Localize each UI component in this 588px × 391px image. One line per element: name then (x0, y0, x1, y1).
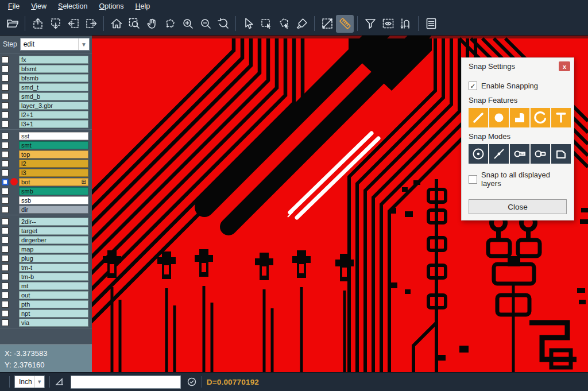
layer-row[interactable]: bfsmb (0, 73, 92, 82)
layer-visibility-checkbox[interactable] (2, 206, 9, 213)
unit-dropdown[interactable]: Inch ▼ (14, 375, 45, 388)
menu-file[interactable]: File (2, 1, 25, 11)
layer-visibility-checkbox[interactable] (2, 65, 9, 72)
layer-visibility-checkbox[interactable] (2, 273, 9, 280)
all-layers-row[interactable]: Snap to all displayed layers (469, 171, 567, 188)
layer-name[interactable]: ssb (19, 196, 88, 204)
snap-settings-button[interactable] (397, 15, 415, 33)
enable-snapping-row[interactable]: ✓ Enable Snapping (469, 82, 567, 90)
layer-row[interactable]: tm-t (0, 263, 92, 272)
dialog-titlebar[interactable]: Snap Settings x (462, 58, 574, 75)
layer-name[interactable]: dir (19, 206, 88, 214)
layer-visibility-checkbox[interactable] (2, 218, 9, 225)
layer-row[interactable]: out (0, 291, 92, 299)
layer-row[interactable]: sst (0, 131, 92, 140)
layer-row[interactable]: 2dir-- (0, 217, 92, 226)
snap-text-button[interactable] (551, 108, 571, 127)
layer-row[interactable]: mt (0, 281, 92, 290)
zoom-window-button[interactable] (161, 15, 179, 33)
zoom-out-button[interactable] (196, 15, 214, 33)
layer-row[interactable]: l2 (0, 159, 92, 168)
layer-name[interactable]: l2+1 (19, 111, 88, 119)
close-icon[interactable]: x (559, 61, 570, 71)
layer-visibility-checkbox[interactable] (2, 111, 9, 118)
layer-name[interactable]: l3 (19, 169, 88, 177)
chevron-down-icon[interactable]: ▼ (78, 38, 89, 50)
layer-name[interactable]: map (19, 245, 88, 253)
layer-name[interactable]: pth (19, 300, 88, 308)
layer-name[interactable]: mt (19, 282, 88, 290)
layer-visibility-checkbox[interactable] (2, 301, 9, 308)
layer-row[interactable]: plug (0, 254, 92, 262)
layer-row[interactable]: via (0, 318, 92, 327)
select-pointer-button[interactable] (239, 15, 257, 33)
layer-name[interactable]: top (19, 150, 88, 158)
layer-name[interactable]: tm-b (19, 273, 88, 281)
apply-check-icon[interactable] (187, 377, 197, 387)
layer-row[interactable]: fx (0, 55, 92, 64)
layer-visibility-checkbox[interactable] (2, 188, 9, 195)
layer-visibility-checkbox[interactable] (2, 179, 9, 185)
menu-selection[interactable]: Selection (52, 1, 93, 11)
layer-name[interactable]: out (19, 291, 88, 299)
zoom-previous-button[interactable] (214, 15, 232, 33)
mode-center-button[interactable] (469, 144, 488, 164)
layer-name[interactable]: smd_t (19, 83, 88, 91)
step-dropdown[interactable]: edit ▼ (20, 38, 90, 51)
layer-row[interactable]: layer_3.gbr (0, 101, 92, 110)
layer-row[interactable]: tm-b (0, 272, 92, 281)
layer-grid-icon[interactable]: ⊞ (82, 179, 86, 185)
layer-row[interactable]: bfsmt (0, 64, 92, 73)
layer-name[interactable]: 2dir-- (19, 218, 88, 226)
mode-end-slot-button[interactable] (510, 144, 529, 164)
layer-name[interactable]: npt (19, 309, 88, 318)
layer-visibility-checkbox[interactable] (2, 255, 9, 262)
layer-row[interactable]: dirgerber (0, 235, 92, 244)
report-button[interactable] (422, 15, 440, 33)
mode-midpoint-button[interactable] (489, 144, 509, 164)
layer-visibility-checkbox[interactable] (2, 151, 9, 158)
layer-row[interactable]: l3 (0, 168, 92, 177)
command-input[interactable] (71, 375, 181, 389)
view-options-button[interactable] (379, 15, 397, 33)
ruler-button[interactable] (336, 15, 354, 33)
snap-arc-button[interactable] (531, 108, 550, 127)
mode-end-round-button[interactable] (531, 144, 550, 164)
select-polygon-button[interactable] (275, 15, 293, 33)
brush-button[interactable] (293, 15, 311, 33)
layer-row[interactable]: l3+1 (0, 119, 92, 128)
select-rect-button[interactable] (257, 15, 275, 33)
layer-name[interactable]: smt (19, 141, 88, 149)
chevron-down-icon[interactable]: ▼ (34, 376, 44, 388)
pan-hand-button[interactable] (143, 15, 161, 33)
layer-name[interactable]: tm-t (19, 264, 88, 272)
layer-name[interactable]: smb (19, 187, 88, 195)
layer-visibility-checkbox[interactable] (2, 246, 9, 253)
zoom-in-button[interactable] (179, 15, 196, 33)
snap-line-button[interactable] (469, 108, 488, 127)
mode-contour-button[interactable] (551, 144, 571, 164)
layer-row[interactable]: l2+1 (0, 110, 92, 119)
layer-visibility-checkbox[interactable] (2, 227, 9, 234)
layer-row[interactable]: smd_t (0, 83, 92, 91)
layer-visibility-checkbox[interactable] (2, 56, 9, 63)
enable-snapping-checkbox[interactable]: ✓ (469, 82, 477, 90)
layer-row[interactable]: ssb (0, 196, 92, 204)
layer-name[interactable]: dirgerber (19, 236, 88, 244)
layer-row[interactable]: bot⊞ (0, 177, 92, 186)
layer-visibility-checkbox[interactable] (2, 319, 9, 326)
layer-name[interactable]: plug (19, 254, 88, 262)
layer-row[interactable]: smt (0, 141, 92, 149)
layer-name[interactable]: l2 (19, 160, 88, 168)
shift-right-button[interactable] (82, 15, 100, 33)
layer-row[interactable]: top (0, 150, 92, 158)
menu-options[interactable]: Options (93, 1, 129, 11)
layer-name[interactable]: bfsmb (19, 74, 88, 82)
home-button[interactable] (107, 15, 125, 33)
layer-name[interactable]: bot⊞ (19, 178, 88, 186)
layer-name[interactable]: l3+1 (19, 120, 88, 128)
menu-help[interactable]: Help (130, 1, 156, 11)
layer-visibility-checkbox[interactable] (2, 75, 9, 82)
layer-visibility-checkbox[interactable] (2, 292, 9, 299)
layer-name[interactable]: sst (19, 132, 88, 140)
